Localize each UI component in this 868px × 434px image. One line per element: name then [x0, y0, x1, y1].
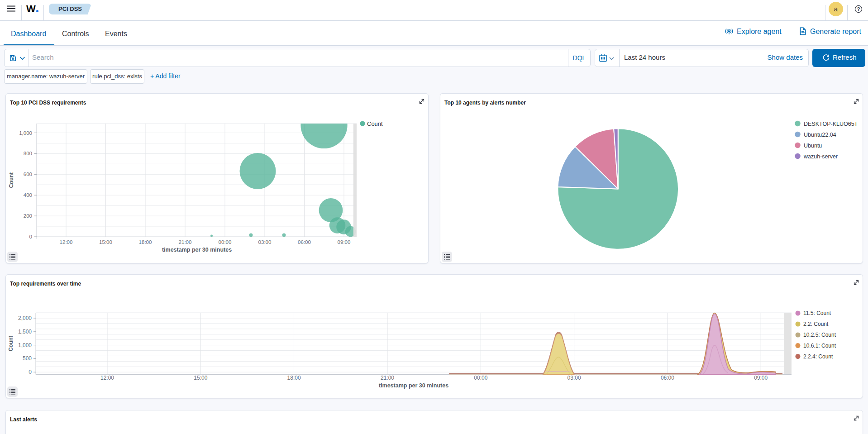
svg-text:18:00: 18:00 — [139, 239, 152, 245]
svg-text:Count: Count — [8, 172, 14, 188]
svg-text:1,000: 1,000 — [19, 130, 32, 136]
svg-text:11.5: Count: 11.5: Count — [803, 310, 831, 316]
svg-text:wazuh-server: wazuh-server — [803, 153, 838, 160]
svg-text:200: 200 — [24, 213, 32, 219]
svg-text:06:00: 06:00 — [661, 375, 674, 381]
svg-text:2.2.4: Count: 2.2.4: Count — [803, 353, 833, 360]
svg-text:1,000: 1,000 — [18, 342, 32, 348]
svg-text:03:00: 03:00 — [258, 239, 272, 245]
svg-text:500: 500 — [23, 355, 32, 362]
svg-text:2,000: 2,000 — [18, 315, 32, 321]
svg-text:2.2: Count: 2.2: Count — [803, 321, 829, 327]
svg-text:00:00: 00:00 — [474, 375, 487, 381]
svg-text:0: 0 — [29, 234, 32, 239]
svg-text:?: ? — [857, 6, 860, 12]
svg-text:18:00: 18:00 — [287, 375, 301, 381]
svg-text:Count: Count — [8, 336, 14, 352]
svg-text:12:00: 12:00 — [60, 239, 73, 245]
svg-text:800: 800 — [24, 151, 32, 156]
svg-text:21:00: 21:00 — [381, 375, 394, 381]
svg-text:400: 400 — [24, 192, 32, 198]
svg-text:21:00: 21:00 — [179, 239, 192, 245]
svg-text:Ubuntu: Ubuntu — [804, 143, 822, 149]
svg-text:0: 0 — [29, 369, 32, 375]
svg-text:03:00: 03:00 — [568, 375, 581, 381]
svg-text:timestamp per 30 minutes: timestamp per 30 minutes — [379, 382, 448, 389]
svg-text:600: 600 — [24, 172, 32, 177]
svg-text:15:00: 15:00 — [194, 375, 207, 381]
svg-text:06:00: 06:00 — [298, 239, 311, 245]
svg-text:DESKTOP-KLUO65T: DESKTOP-KLUO65T — [804, 121, 858, 127]
svg-text:10.2.5: Count: 10.2.5: Count — [803, 332, 836, 338]
svg-text:Ubuntu22.04: Ubuntu22.04 — [804, 132, 836, 138]
svg-text:09:00: 09:00 — [338, 239, 351, 245]
svg-text:1,500: 1,500 — [18, 329, 32, 335]
svg-text:Count: Count — [367, 120, 383, 127]
svg-text:12:00: 12:00 — [100, 375, 114, 381]
svg-text:00:00: 00:00 — [219, 239, 232, 245]
svg-text:09:00: 09:00 — [754, 375, 768, 381]
svg-text:timestamp per 30 minutes: timestamp per 30 minutes — [162, 247, 232, 253]
svg-text:15:00: 15:00 — [99, 239, 112, 245]
svg-text:10.6.1: Count: 10.6.1: Count — [803, 343, 836, 349]
